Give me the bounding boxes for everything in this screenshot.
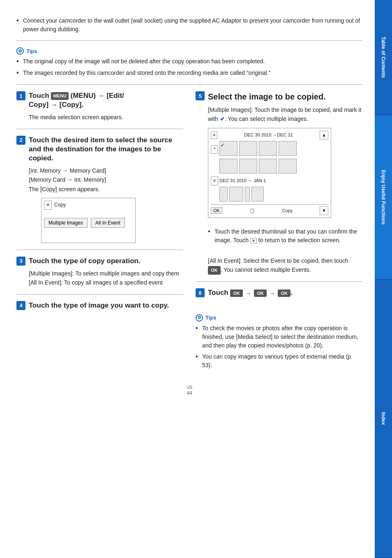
tips-bullet-1: • The original copy of the image will no… <box>16 57 362 66</box>
img-thumb-4[interactable] <box>279 141 297 156</box>
step-5-badge: 5 <box>196 91 205 100</box>
step-2-line-1: [Int. Memory → Memory Card] <box>29 166 183 175</box>
sidebar-tab-toc[interactable]: Table of Contents <box>375 0 392 115</box>
img-grid-row2 <box>219 159 297 174</box>
bullet-dot-t2: • <box>16 68 23 78</box>
copy-x-btn[interactable]: ✕ <box>44 201 52 210</box>
step-5-confirm-text: Touch the desired thumbnail so that you … <box>214 227 362 245</box>
step-5-body: [Multiple Images]: Touch the image to be… <box>208 105 362 275</box>
img-thumb-2[interactable] <box>239 141 257 156</box>
tips-label-2: Tips <box>205 315 217 321</box>
step-5-allevent-text: [All In Event]: Select the Event to be c… <box>208 256 362 275</box>
img-thumb-9[interactable] <box>219 187 228 201</box>
scroll-down-btn[interactable]: ▼ <box>320 206 328 215</box>
img-thumb-8[interactable] <box>279 159 297 174</box>
row-down-btn[interactable]: v <box>211 176 218 185</box>
tips-icon-1: ⚙ <box>16 47 24 55</box>
img-grid-row1: ✓ <box>219 141 297 156</box>
step-3-body: [Multiple Images]: To select multiple im… <box>29 269 183 287</box>
img-select-footer: OK 📋 Copy ▼ <box>211 204 328 215</box>
step-3-heading: Touch the type of copy operation. <box>29 257 141 266</box>
img-thumb-10[interactable] <box>229 187 243 201</box>
divider-3 <box>16 129 183 129</box>
img-select-header: ✕ DEC 30 2010 →DEC 31 ▲ <box>211 131 328 140</box>
page-num: 44 <box>187 390 192 396</box>
bullet-dot-1: • <box>16 16 23 34</box>
step-4-row: 4 Touch the type of image you want to co… <box>16 301 183 310</box>
all-in-event-btn[interactable]: All In Event <box>91 218 125 228</box>
img-thumb-3[interactable] <box>259 141 277 156</box>
tips-text-2: The images recorded by this camcorder an… <box>23 69 270 78</box>
ok-btn-6c[interactable]: OK <box>278 289 291 297</box>
img-copy-icon: 📋 <box>249 207 255 215</box>
img-date-1: DEC 30 2010 →DEC 31 <box>244 132 293 139</box>
img-thumb-12[interactable] <box>251 187 264 201</box>
step-2-body: [Int. Memory → Memory Card] [Memory Card… <box>29 166 183 243</box>
sidebar-tab-enjoy[interactable]: Enjoy Useful Functions <box>375 115 392 280</box>
tips2-text-1: To check the movies or photos after the … <box>202 324 362 350</box>
enjoy-label: Enjoy Useful Functions <box>380 170 386 225</box>
step-2-badge: 2 <box>16 136 25 145</box>
multiple-images-btn[interactable]: Multiple Images <box>44 218 88 228</box>
step-4-heading: Touch the type of image you want to copy… <box>29 301 169 310</box>
copy-screen-title: Copy <box>54 201 66 209</box>
ok-btn-allevent[interactable]: OK <box>208 266 221 275</box>
step-2-heading: Touch the desired item to select the sou… <box>29 136 183 163</box>
scroll-up-btn[interactable]: ▲ <box>320 131 328 140</box>
sidebar-tabs: Table of Contents Enjoy Useful Functions… <box>375 0 392 558</box>
divider-1 <box>16 40 362 41</box>
x-return-btn[interactable]: ✕ <box>250 238 257 243</box>
tips2-dot-2: • <box>196 352 202 370</box>
tips-header-1: ⚙ Tips <box>16 47 362 55</box>
sidebar-tab-index[interactable]: Index <box>375 280 392 558</box>
bullet-dot-t1: • <box>16 56 23 66</box>
img-x-btn[interactable]: ✕ <box>211 132 217 139</box>
step-3-row: 3 Touch the type of copy operation. <box>16 257 183 266</box>
step-5-dot-1: • <box>208 227 214 245</box>
divider-5 <box>16 294 183 294</box>
step-5-row: 5 Select the image to be copied. <box>196 91 362 102</box>
img-thumb-6[interactable] <box>239 159 257 174</box>
tips-label-1: Tips <box>26 48 37 54</box>
bullet-item-1: • Connect your camcorder to the wall out… <box>16 16 362 34</box>
ok-btn-6b[interactable]: OK <box>254 289 267 297</box>
img-thumb-5[interactable] <box>219 159 238 174</box>
copy-screen-mockup: ✕ Copy Multiple Images All In Event <box>41 198 136 243</box>
img-ok-btn[interactable]: OK <box>211 207 222 214</box>
img-thumb-11[interactable] <box>245 187 250 201</box>
step-5-heading: Select the image to be copied. <box>208 91 326 102</box>
img-grid-row3 <box>219 187 264 201</box>
tips-icon-2: ⚙ <box>196 314 203 322</box>
divider-4 <box>16 250 183 250</box>
arrow-2: → <box>270 289 275 297</box>
step-6-row: 6 Touch OK → OK → OK. <box>196 288 362 297</box>
img-select-mockup: ✕ DEC 30 2010 →DEC 31 ▲ ^ ✓ <box>208 128 331 218</box>
step-3-line-2: [All In Event]: To copy all images of a … <box>29 278 183 287</box>
ok-btn-6a[interactable]: OK <box>230 289 243 297</box>
step-2-row: 2 Touch the desired item to select the s… <box>16 136 183 163</box>
menu-btn[interactable]: MENU <box>51 92 68 100</box>
step-2-line-3: The [Copy] screen appears. <box>29 185 183 194</box>
page-locale: US <box>187 385 192 390</box>
img-thumb-7[interactable] <box>259 159 277 174</box>
col-left: 1 Touch MENU (MENU) → [Edit/Copy] → [Cop… <box>16 91 183 372</box>
step-1-heading: Touch MENU (MENU) → [Edit/Copy] → [Copy]… <box>29 91 124 109</box>
img-copy-label: Copy <box>282 207 293 215</box>
intro-bullet-section: • Connect your camcorder to the wall out… <box>16 16 362 34</box>
step-1-badge: 1 <box>16 91 25 100</box>
img-thumb-checked[interactable]: ✓ <box>219 141 238 156</box>
index-label: Index <box>380 412 386 425</box>
tips2-bullet-1: • To check the movies or photos after th… <box>196 324 362 350</box>
step-3-line-1: [Multiple Images]: To select multiple im… <box>29 269 183 278</box>
page-number: US 44 <box>16 384 362 396</box>
step-2-line-2: [Memory Card → Int. Memory] <box>29 175 183 184</box>
step-5-line-1: [Multiple Images]: Touch the image to be… <box>208 105 362 124</box>
tips2-text-2: You can copy images to various types of … <box>202 352 362 370</box>
toc-label: Table of Contents <box>380 37 386 78</box>
bullet-text-1: Connect your camcorder to the wall outle… <box>23 16 362 34</box>
tips-text-1: The original copy of the image will not … <box>23 57 265 66</box>
row-up-btn[interactable]: ^ <box>211 145 218 154</box>
img-date-2: DEC 31 2010 → JAN 1 <box>219 177 266 185</box>
arrow-1: → <box>246 289 251 297</box>
step-6-badge: 6 <box>196 288 205 297</box>
